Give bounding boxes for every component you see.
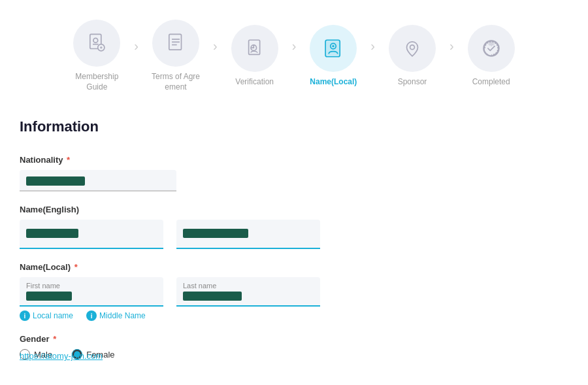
step-label-sponsor: Sponsor [398,77,427,88]
name-local-label-text: Name(Local) [20,262,71,272]
nationality-redacted [26,176,85,186]
step-circle-completed [468,25,515,72]
url-overlay-wrap: https://atomy-join.com [20,350,103,361]
name-english-group: Name(English) [20,205,568,249]
arrow-3: › [292,39,297,54]
nationality-group: Nationality * [20,155,568,192]
section-title: Information [20,118,109,135]
gender-label-text: Gender [20,334,50,344]
nationality-label-text: Nationality [20,155,63,165]
step-completed[interactable]: Completed [455,25,527,88]
step-label-verification: Verification [235,77,274,88]
stepper: Membership Guide › Terms of Agre ement ›… [20,13,568,99]
nationality-label: Nationality * [20,155,568,165]
arrow-1: › [134,39,139,54]
local-first-wrap: First name [20,277,163,307]
local-name-icon: i [20,310,30,321]
middle-name-helper-text: Middle Name [99,311,146,320]
step-label-membership: Membership Guide [75,72,118,92]
step-circle-sponsor [389,25,436,72]
svg-point-14 [333,45,335,47]
step-circle-verification [231,25,278,72]
local-first-redacted [26,292,72,301]
gender-group: Gender * Male Female https://atomy-join.… [20,334,568,360]
step-circle-information [310,25,357,72]
name-local-group: Name(Local) * First name Last name i Loc… [20,262,568,321]
local-name-helper-text: Local name [33,311,73,320]
svg-point-1 [93,38,98,42]
name-local-label: Name(Local) * [20,262,568,272]
step-label-information: Name(Local) [310,77,357,88]
step-label-completed: Completed [472,77,510,88]
nationality-required: * [64,155,70,165]
arrow-2: › [213,39,218,54]
information-form: Nationality * Name(English) Name(Local) … [20,155,568,360]
local-last-wrap: Last name [176,277,320,307]
step-sponsor[interactable]: Sponsor [376,25,448,88]
english-last-wrap [176,220,320,249]
nationality-input-wrap [20,170,176,192]
arrow-4: › [370,39,375,54]
gender-required: * [51,334,57,344]
local-helper-row: i Local name i Middle Name [20,310,568,321]
svg-point-15 [410,45,415,50]
step-label-terms: Terms of Agre ement [152,72,200,92]
step-terms[interactable]: Terms of Agre ement [140,20,212,92]
middle-name-helper[interactable]: i Middle Name [86,310,146,321]
section-title-text: Information [20,118,99,135]
step-verification[interactable]: Verification [219,25,291,88]
name-english-label-text: Name(English) [20,205,79,214]
url-link[interactable]: https://atomy-join.com [20,351,103,361]
local-last-redacted [183,292,242,301]
gender-label: Gender * [20,334,568,344]
name-local-required: * [72,262,78,272]
english-first-wrap [20,220,163,249]
step-circle-membership [73,20,120,67]
step-circle-terms [152,20,199,67]
local-name-helper[interactable]: i Local name [20,310,73,321]
name-english-row [20,220,568,249]
step-information[interactable]: Name(Local) [297,25,369,88]
arrow-5: › [449,39,454,54]
name-english-label: Name(English) [20,205,568,214]
english-first-redacted [26,229,78,238]
step-membership-guide[interactable]: Membership Guide [61,20,133,92]
english-last-redacted [183,229,248,238]
local-name-row: First name Last name [20,277,568,307]
section-divider: Information [20,118,568,139]
middle-name-icon: i [86,310,97,321]
